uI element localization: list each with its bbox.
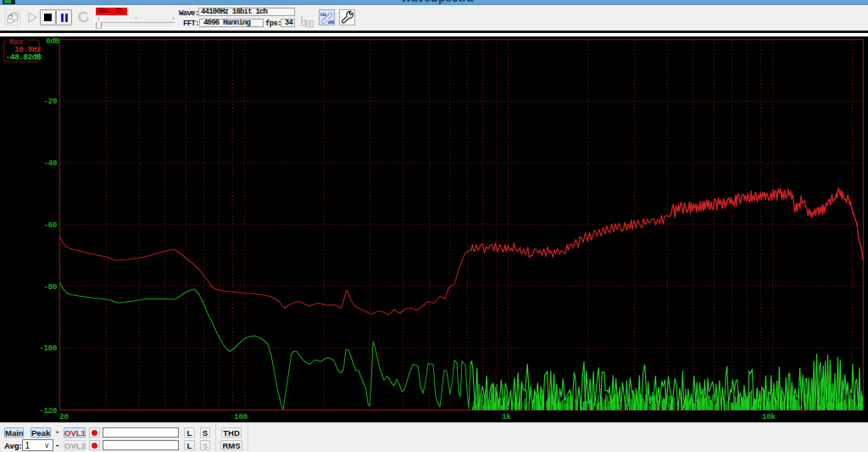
svg-text:dB: dB [328, 20, 335, 25]
svg-text:-48.82dB: -48.82dB [6, 53, 42, 62]
svg-text:Hz: Hz [320, 12, 326, 17]
